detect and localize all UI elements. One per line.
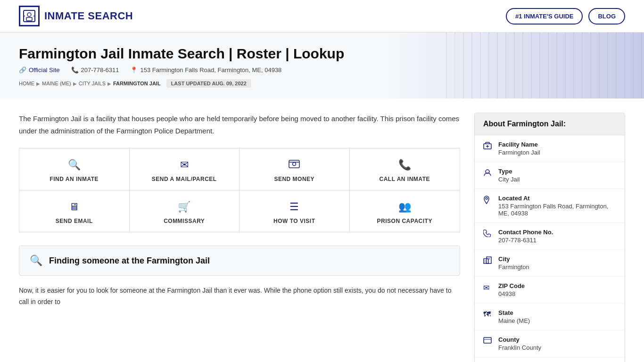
zip-row: ✉ ZIP Code 04938	[475, 277, 625, 304]
svg-point-1	[27, 13, 31, 16]
how-to-visit-action[interactable]: ☰ HOW TO VISIT	[239, 190, 350, 232]
address-info: 📍 153 Farmington Falls Road, Farmington,…	[130, 66, 281, 74]
header: INMATE SEARCH #1 INMATE'S GUIDE BLOG	[0, 0, 644, 33]
phone-row-icon	[483, 230, 493, 239]
call-inmate-action[interactable]: 📞 CALL AN INMATE	[350, 148, 460, 190]
phone-icon: 📞	[71, 66, 79, 74]
svg-point-12	[486, 197, 487, 199]
located-at-icon	[483, 196, 493, 206]
hero-band: Farmington Jail Inmate Search | Roster |…	[0, 33, 644, 99]
blog-button[interactable]: BLOG	[588, 8, 625, 25]
inmates-guide-button[interactable]: #1 INMATE'S GUIDE	[506, 8, 583, 25]
call-inmate-label: CALL AN INMATE	[380, 176, 430, 182]
about-header: About Farmington Jail:	[475, 113, 625, 135]
commissary-label: COMMISSARY	[164, 218, 205, 224]
find-inmate-label: FIND AN INMATE	[50, 176, 99, 182]
finding-section: 🔍 Finding someone at the Farmington Jail	[19, 246, 460, 276]
how-to-visit-icon: ☰	[289, 201, 299, 213]
send-mail-label: SEND A MAIL/PARCEL	[152, 176, 217, 182]
official-site-row[interactable]: 🔗 Official Site	[475, 357, 625, 362]
finding-search-icon: 🔍	[30, 255, 42, 267]
logo-text: INMATE SEARCH	[44, 10, 133, 22]
call-inmate-icon: 📞	[398, 159, 411, 171]
find-inmate-action[interactable]: 🔍 FIND AN INMATE	[19, 148, 130, 190]
type-icon	[483, 169, 493, 178]
logo-area[interactable]: INMATE SEARCH	[19, 6, 133, 26]
city-row: City Farmington	[475, 250, 625, 277]
facility-name-row: Facility Name Farmington Jail	[475, 135, 625, 162]
main-content: The Farmington Jail is a facility that h…	[19, 113, 460, 362]
svg-rect-13	[484, 259, 488, 263]
facility-name-icon	[483, 142, 493, 151]
main-layout: The Farmington Jail is a facility that h…	[0, 99, 644, 362]
prison-capacity-label: PRISON CAPACITY	[377, 218, 432, 224]
find-inmate-icon: 🔍	[68, 159, 81, 171]
official-site-link[interactable]: 🔗 Official Site	[19, 66, 60, 74]
location-icon: 📍	[130, 66, 138, 74]
about-box: About Farmington Jail: Facility Name Far…	[474, 113, 625, 362]
county-row: County Franklin County	[475, 330, 625, 357]
city-icon	[483, 256, 493, 266]
svg-rect-19	[484, 337, 491, 343]
facility-description: The Farmington Jail is a facility that h…	[19, 113, 460, 137]
svg-rect-5	[289, 160, 299, 168]
state-row: 🗺 State Maine (ME)	[475, 304, 625, 330]
header-nav: #1 INMATE'S GUIDE BLOG	[506, 8, 625, 25]
phone-row: Contact Phone No. 207-778-6311	[475, 223, 625, 250]
how-to-visit-label: HOW TO VISIT	[273, 218, 315, 224]
svg-point-6	[293, 163, 296, 166]
sidebar: About Farmington Jail: Facility Name Far…	[474, 113, 625, 362]
zip-icon: ✉	[483, 283, 493, 292]
send-email-action[interactable]: 🖥 SEND EMAIL	[19, 190, 130, 232]
send-email-label: SEND EMAIL	[56, 218, 93, 224]
svg-rect-0	[24, 10, 35, 22]
send-money-action[interactable]: SEND MONEY	[239, 148, 350, 190]
commissary-icon: 🛒	[178, 201, 190, 213]
svg-rect-14	[487, 257, 491, 263]
send-money-icon	[289, 159, 300, 171]
body-text: Now, it is easier for you to look for so…	[19, 285, 460, 308]
county-icon	[483, 337, 493, 346]
send-email-icon: 🖥	[69, 201, 79, 213]
state-icon: 🗺	[483, 310, 493, 319]
send-mail-action[interactable]: ✉ SEND A MAIL/PARCEL	[130, 148, 240, 190]
commissary-action[interactable]: 🛒 COMMISSARY	[130, 190, 240, 232]
phone-info: 📞 207-778-6311	[71, 66, 119, 74]
send-money-label: SEND MONEY	[274, 176, 314, 182]
action-grid: 🔍 FIND AN INMATE ✉ SEND A MAIL/PARCEL SE…	[19, 148, 460, 232]
located-at-row: Located At 153 Farmington Falls Road, Fa…	[475, 189, 625, 223]
svg-rect-2	[26, 17, 32, 21]
prison-capacity-action[interactable]: 👥 PRISON CAPACITY	[350, 190, 460, 232]
hero-bg-decoration	[446, 33, 644, 99]
link-icon: 🔗	[19, 66, 26, 74]
last-updated-badge: LAST UPDATED AUG. 09, 2022	[166, 79, 251, 88]
send-mail-icon: ✉	[180, 159, 189, 171]
logo-icon	[19, 6, 40, 26]
type-row: Type City Jail	[475, 162, 625, 189]
prison-capacity-icon: 👥	[398, 201, 411, 213]
finding-title: Finding someone at the Farmington Jail	[49, 256, 210, 266]
